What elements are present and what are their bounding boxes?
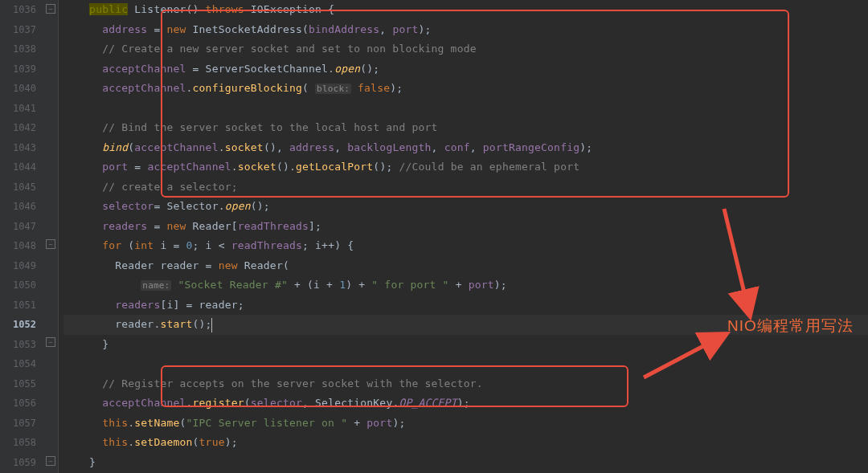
parameter-hint: name: [141,280,171,291]
line-number: 1038 [0,39,36,59]
line-number: 1049 [0,256,36,276]
annotation-text: NIO编程常用写法 [727,316,854,336]
code-line[interactable]: acceptChannel.register(selector, Selecti… [63,393,868,414]
code-line[interactable]: Reader reader = new Reader( [63,256,868,276]
fold-toggle-icon[interactable]: − [46,456,55,466]
code-line[interactable]: name: "Socket Reader #" + (i + 1) + " fo… [63,275,868,296]
code-editor[interactable]: 1036 1037 1038 1039 1040 1041 1042 1043 … [0,0,868,473]
code-line[interactable]: // Register accepts on the server socket… [63,374,868,394]
code-line[interactable]: this.setName("IPC Server listener on " +… [63,414,868,434]
fold-toggle-icon[interactable]: − [46,337,55,347]
code-line[interactable]: public Listener() throws IOException { [63,0,868,20]
code-line[interactable] [63,99,868,119]
line-number: 1045 [0,177,36,198]
code-line[interactable]: // Create a new server socket and set to… [63,39,868,59]
line-number: 1039 [0,59,36,80]
line-number: 1059 [0,453,36,473]
line-number: 1057 [0,414,36,434]
code-line[interactable]: // Bind the server socket to the local h… [63,118,868,138]
code-line[interactable]: for (int i = 0; i < readThreads; i++) { [63,236,868,256]
line-number: 1046 [0,197,36,217]
fold-column: − − − − [44,0,59,473]
line-number-gutter: 1036 1037 1038 1039 1040 1041 1042 1043 … [0,0,44,473]
code-line[interactable]: // create a selector; [63,177,868,198]
line-number: 1042 [0,118,36,138]
line-number: 1048 [0,236,36,256]
text-caret [211,318,212,332]
line-number: 1044 [0,157,36,177]
code-line[interactable]: } [63,453,868,473]
line-number: 1041 [0,99,36,119]
code-line[interactable]: port = acceptChannel.socket().getLocalPo… [63,157,868,177]
code-line[interactable]: readers[i] = reader; [63,296,868,316]
code-line[interactable]: bind(acceptChannel.socket(), address, ba… [63,138,868,158]
line-number: 1043 [0,138,36,158]
parameter-hint: block: [315,84,351,94]
code-line[interactable]: acceptChannel = ServerSocketChannel.open… [63,59,868,80]
line-number: 1055 [0,374,36,394]
code-line[interactable]: selector= Selector.open(); [63,197,868,217]
line-number: 1054 [0,354,36,374]
line-number: 1053 [0,335,36,355]
code-line[interactable]: acceptChannel.configureBlocking( block: … [63,79,868,99]
code-line[interactable]: address = new InetSocketAddress(bindAddr… [63,20,868,40]
line-number: 1037 [0,20,36,40]
line-number: 1047 [0,217,36,237]
line-number: 1050 [0,275,36,296]
line-number: 1036 [0,0,36,20]
code-line[interactable]: this.setDaemon(true); [63,433,868,453]
fold-toggle-icon[interactable]: − [46,4,55,14]
line-number: 1058 [0,433,36,453]
code-area[interactable]: public Listener() throws IOException { a… [59,0,868,473]
line-number-current: 1052 [0,315,36,335]
line-number: 1040 [0,79,36,99]
code-line[interactable]: readers = new Reader[readThreads]; [63,217,868,237]
code-line[interactable] [63,354,868,374]
line-number: 1056 [0,393,36,414]
code-line[interactable]: } [63,335,868,355]
line-number: 1051 [0,296,36,316]
fold-toggle-icon[interactable]: − [46,239,55,249]
